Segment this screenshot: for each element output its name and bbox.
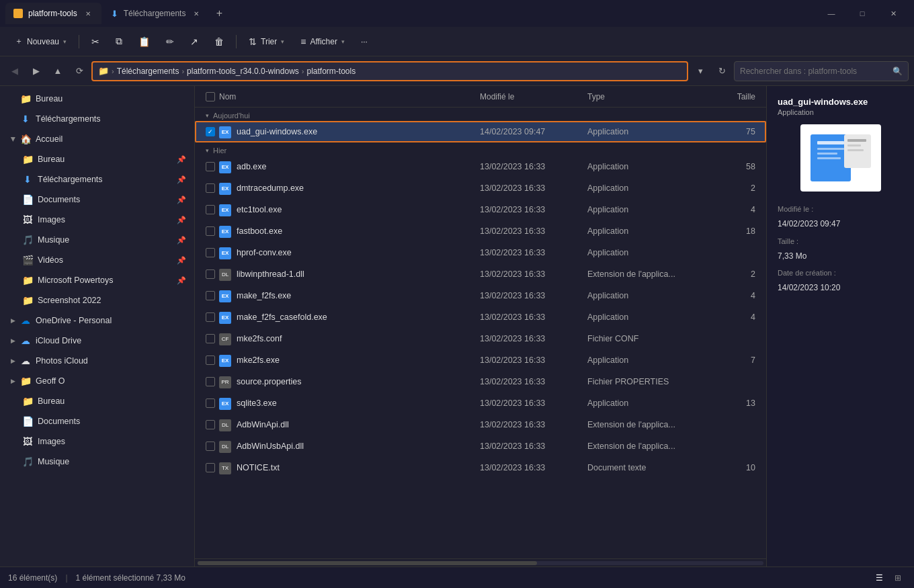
- sidebar-item-bureau-top[interactable]: ▶ 📁 Bureau: [3, 89, 192, 109]
- up-button[interactable]: ▲: [48, 62, 67, 81]
- more-button[interactable]: ···: [354, 31, 374, 52]
- sidebar-item-images-bottom[interactable]: 🖼 Images: [3, 431, 192, 452]
- file-row-mke2fs[interactable]: EX mke2fs.exe 13/02/2023 16:33 Applicati…: [195, 349, 766, 371]
- sidebar-item-screenshot[interactable]: 📁 Screenshot 2022: [3, 290, 192, 310]
- checkbox-hprof[interactable]: [206, 248, 215, 257]
- row-check-notice[interactable]: [206, 463, 219, 472]
- breadcrumb-platform-tools[interactable]: platform-tools: [306, 67, 356, 76]
- checkbox-libwin[interactable]: [206, 269, 215, 279]
- cut-button[interactable]: ✂: [85, 31, 106, 52]
- sidebar-item-icloud-drive[interactable]: ▶ ☁ iCloud Drive: [3, 331, 192, 351]
- header-type[interactable]: Type: [587, 92, 708, 101]
- checkbox-mke2fsconf[interactable]: [206, 334, 215, 343]
- sidebar-item-bureau-bottom[interactable]: 📁 Bureau: [3, 391, 192, 411]
- row-check-etc1[interactable]: [206, 205, 219, 214]
- file-row-uad-gui[interactable]: ✓ EX uad_gui-windows.exe 14/02/2023 09:4…: [195, 121, 766, 142]
- row-check-mke2fs[interactable]: [206, 355, 219, 365]
- row-check-adbwinusbapi[interactable]: [206, 442, 219, 451]
- checkbox-fastboot[interactable]: [206, 226, 215, 236]
- minimize-button[interactable]: —: [816, 3, 847, 24]
- checkbox-adbwinusbapi[interactable]: [206, 442, 215, 451]
- header-size[interactable]: Taille: [708, 92, 755, 101]
- copy-button[interactable]: ⧉: [109, 31, 129, 52]
- tab-telechargements[interactable]: ⬇ Téléchargements ✕: [103, 3, 210, 24]
- header-checkbox[interactable]: [206, 92, 219, 101]
- row-check-makef2fs[interactable]: [206, 291, 219, 300]
- file-row-fastboot[interactable]: EX fastboot.exe 13/02/2023 16:33 Applica…: [195, 220, 766, 242]
- sidebar-item-images[interactable]: 🖼 Images 📌: [3, 210, 192, 230]
- nouveau-button[interactable]: ＋ Nouveau ▾: [8, 31, 73, 52]
- checkbox-adb[interactable]: [206, 162, 215, 171]
- sidebar-item-photos-icloud[interactable]: ▶ ☁ Photos iCloud: [3, 351, 192, 371]
- row-check-hprof[interactable]: [206, 248, 219, 257]
- rename-button[interactable]: ✏: [159, 31, 181, 52]
- tab-platform-tools-close[interactable]: ✕: [83, 8, 93, 19]
- back-button[interactable]: ◀: [5, 62, 24, 81]
- horizontal-scrollbar[interactable]: [195, 558, 766, 566]
- refresh-button[interactable]: ↻: [712, 62, 731, 81]
- tab-telechargements-close[interactable]: ✕: [191, 8, 202, 19]
- paste-button[interactable]: 📋: [132, 31, 157, 52]
- checkbox-makef2fs-case[interactable]: [206, 312, 215, 322]
- checkbox-source[interactable]: [206, 377, 215, 386]
- file-row-libwin[interactable]: DL libwinpthread-1.dll 13/02/2023 16:33 …: [195, 263, 766, 285]
- sidebar-item-tele-sub[interactable]: ⬇ Téléchargements 📌: [3, 169, 192, 190]
- row-check-sqlite3[interactable]: [206, 398, 219, 408]
- file-row-hprof[interactable]: EX hprof-conv.exe 13/02/2023 16:33 Appli…: [195, 242, 766, 263]
- row-check-dmtrace[interactable]: [206, 183, 219, 193]
- checkbox-adbwinapi[interactable]: [206, 420, 215, 429]
- row-check-source[interactable]: [206, 377, 219, 386]
- search-input[interactable]: [740, 67, 888, 76]
- section-chevron-hier[interactable]: ▾: [206, 147, 209, 154]
- checkbox-notice[interactable]: [206, 463, 215, 472]
- add-tab-button[interactable]: +: [210, 4, 229, 23]
- checkbox-makef2fs[interactable]: [206, 291, 215, 300]
- select-all-checkbox[interactable]: [206, 92, 215, 101]
- afficher-button[interactable]: ≡ Afficher ▾: [294, 31, 351, 52]
- sidebar-item-onedrive[interactable]: ▶ ☁ OneDrive - Personal: [3, 310, 192, 331]
- header-name[interactable]: Nom: [219, 92, 480, 101]
- view-tiles-button[interactable]: ⊞: [890, 570, 906, 586]
- tab-platform-tools[interactable]: platform-tools ✕: [5, 3, 101, 24]
- maximize-button[interactable]: □: [847, 3, 878, 24]
- view-details-button[interactable]: ☰: [871, 570, 887, 586]
- checkbox-mke2fs[interactable]: [206, 355, 215, 365]
- file-row-notice[interactable]: TX NOTICE.txt 13/02/2023 16:33 Document …: [195, 457, 766, 478]
- section-chevron-aujourdhui[interactable]: ▾: [206, 112, 209, 119]
- file-row-sqlite3[interactable]: EX sqlite3.exe 13/02/2023 16:33 Applicat…: [195, 392, 766, 414]
- row-check-adbwinapi[interactable]: [206, 420, 219, 429]
- row-check-libwin[interactable]: [206, 269, 219, 279]
- sidebar-item-documents[interactable]: 📄 Documents 📌: [3, 190, 192, 210]
- row-check-fastboot[interactable]: [206, 226, 219, 236]
- file-row-makef2fs-case[interactable]: EX make_f2fs_casefold.exe 13/02/2023 16:…: [195, 306, 766, 328]
- recent-button[interactable]: ⟳: [70, 62, 89, 81]
- forward-button[interactable]: ▶: [27, 62, 46, 81]
- sidebar-item-accueil[interactable]: ▶ 🏠 Accueil: [3, 129, 192, 149]
- breadcrumb-platform-tools-r34[interactable]: platform-tools_r34.0.0-windows: [187, 67, 299, 76]
- file-row-source[interactable]: PR source.properties 13/02/2023 16:33 Fi…: [195, 371, 766, 392]
- file-row-etc1tool[interactable]: EX etc1tool.exe 13/02/2023 16:33 Applica…: [195, 199, 766, 220]
- sidebar-item-documents-bottom[interactable]: 📄 Documents: [3, 411, 192, 431]
- row-check-makef2fs-case[interactable]: [206, 312, 219, 322]
- sidebar-item-videos[interactable]: 🎬 Vidéos 📌: [3, 250, 192, 270]
- sidebar-item-telechargements-top[interactable]: ▶ ⬇ Téléchargements: [3, 109, 192, 129]
- file-row-mke2fsconf[interactable]: CF mke2fs.conf 13/02/2023 16:33 Fichier …: [195, 328, 766, 349]
- sidebar-item-geoff-o[interactable]: ▶ 📁 Geoff O: [3, 371, 192, 391]
- checkbox-dmtrace[interactable]: [206, 183, 215, 193]
- file-row-adbwinusbapi[interactable]: DL AdbWinUsbApi.dll 13/02/2023 16:33 Ext…: [195, 435, 766, 457]
- sidebar-item-musique[interactable]: 🎵 Musique 📌: [3, 230, 192, 250]
- file-row-adbwinapi[interactable]: DL AdbWinApi.dll 13/02/2023 16:33 Extens…: [195, 414, 766, 435]
- close-button[interactable]: ✕: [878, 3, 909, 24]
- checkbox-uad[interactable]: ✓: [206, 127, 215, 136]
- file-row-adb[interactable]: EX adb.exe 13/02/2023 16:33 Application …: [195, 156, 766, 177]
- address-dropdown-button[interactable]: ▾: [691, 62, 710, 81]
- share-button[interactable]: ↗: [183, 31, 205, 52]
- header-modified[interactable]: Modifié le: [480, 92, 587, 101]
- trier-button[interactable]: ⇅ Trier ▾: [242, 31, 291, 52]
- sidebar-item-powertoys[interactable]: 📁 Microsoft Powertoys 📌: [3, 270, 192, 290]
- delete-button[interactable]: 🗑: [208, 31, 231, 52]
- row-check-adb[interactable]: [206, 162, 219, 171]
- file-row-makef2fs[interactable]: EX make_f2fs.exe 13/02/2023 16:33 Applic…: [195, 285, 766, 306]
- breadcrumb-telechargements[interactable]: Téléchargements: [117, 67, 179, 76]
- row-check-uad[interactable]: ✓: [206, 127, 219, 136]
